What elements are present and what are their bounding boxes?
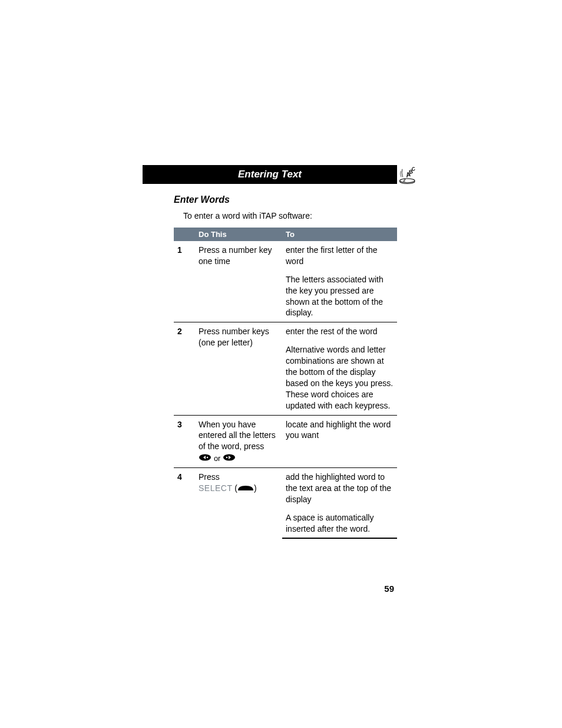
svg-point-1 bbox=[400, 179, 415, 183]
step-to-sub: The letters associated with the key you … bbox=[282, 271, 397, 322]
table-row: 3 When you have entered all the letters … bbox=[174, 415, 397, 467]
step-to-main: enter the rest of the word bbox=[282, 322, 397, 341]
select-label: SELECT bbox=[199, 483, 232, 493]
chapter-title: Entering Text bbox=[238, 169, 302, 180]
chapter-header: Entering Text 2 A B C bbox=[143, 165, 397, 184]
svg-text:2: 2 bbox=[403, 178, 406, 182]
step-to-sub: Alternative words and letter combination… bbox=[282, 341, 397, 415]
step-number: 3 bbox=[174, 415, 195, 467]
table-row: 1 Press a number key one time enter the … bbox=[174, 241, 397, 271]
col-header-to: To bbox=[282, 228, 397, 241]
col-header-do: Do This bbox=[195, 228, 282, 241]
section-heading: Enter Words bbox=[174, 195, 397, 205]
step-number: 1 bbox=[174, 241, 195, 322]
col-header-blank bbox=[174, 228, 195, 241]
table-row: 2 Press number keys (one per letter) ent… bbox=[174, 322, 397, 341]
table-row: 4 Press SELECT ( ) add the highlighted w… bbox=[174, 467, 397, 508]
step-do: When you have entered all the letters of… bbox=[195, 415, 282, 467]
step-to-sub: A space is automatically inserted after … bbox=[282, 509, 397, 539]
steps-table: Do This To 1 Press a number key one time… bbox=[174, 228, 397, 539]
svg-point-7 bbox=[207, 457, 209, 459]
step-number: 4 bbox=[174, 467, 195, 538]
step-to-main: enter the first letter of the word bbox=[282, 241, 397, 271]
page-number: 59 bbox=[384, 584, 394, 594]
menu-key-icon bbox=[237, 483, 254, 495]
step-number: 2 bbox=[174, 322, 195, 415]
step-do: Press SELECT ( ) bbox=[195, 467, 282, 538]
step-do-text: When you have entered all the letters of… bbox=[199, 420, 276, 452]
step-do: Press a number key one time bbox=[195, 241, 282, 322]
step-do: Press number keys (one per letter) bbox=[195, 322, 282, 415]
abc-key-icon: 2 A B C bbox=[398, 165, 418, 185]
close-paren: ) bbox=[254, 483, 257, 493]
left-arrow-key-icon bbox=[199, 453, 211, 464]
right-arrow-key-icon bbox=[223, 453, 236, 464]
arrow-separator: or bbox=[214, 454, 223, 463]
step-do-prefix: Press bbox=[199, 472, 220, 482]
step-to-main: add the highlighted word to the text are… bbox=[282, 467, 397, 508]
step-to-main: locate and highlight the word you want bbox=[282, 415, 397, 467]
svg-point-9 bbox=[226, 457, 228, 459]
section-intro: To enter a word with iTAP software: bbox=[183, 211, 397, 220]
